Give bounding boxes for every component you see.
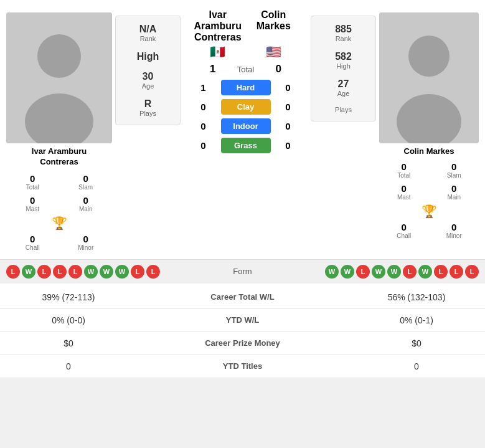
left-total-stat: 0 Total	[6, 171, 59, 193]
form-badge-left: L	[53, 265, 67, 279]
form-badge-right: W	[372, 265, 385, 279]
right-plays-panel: Plays	[335, 106, 352, 113]
form-badge-left: W	[84, 265, 98, 279]
form-badge-left: L	[37, 265, 51, 279]
table-cell-right: $0	[348, 331, 485, 355]
left-chall-stat: 0 Chall	[6, 232, 59, 253]
table-row: 0YTD Titles0	[0, 355, 485, 378]
form-badge-left: W	[115, 265, 129, 279]
player-left-name: Ivar Aramburu	[9, 146, 110, 157]
form-badge-right: W	[387, 265, 401, 279]
total-label: Total	[227, 65, 265, 74]
table-cell-left: $0	[0, 331, 137, 355]
right-rank-panel: 885 Rank	[335, 24, 352, 42]
grass-surface-btn: Grass	[221, 138, 271, 153]
left-rank-panel: N/A Rank	[139, 24, 157, 42]
player-left-name2: Contreras	[9, 157, 110, 168]
trophy-left-icon: 🏆	[52, 216, 67, 231]
table-cell-right: 0% (0-1)	[348, 308, 485, 331]
table-cell-center: Career Total W/L	[137, 286, 348, 309]
center-right-name: Colin Markes	[246, 9, 302, 43]
left-plays-panel: R Plays	[139, 98, 156, 117]
indoor-left-score: 0	[197, 121, 210, 131]
clay-surface-btn: Clay	[221, 99, 271, 115]
stats-table: 39% (72-113)Career Total W/L56% (132-103…	[0, 286, 485, 378]
player-left-photo	[6, 12, 112, 143]
clay-right-score: 0	[282, 102, 294, 112]
form-badge-right: L	[356, 265, 370, 279]
left-main-stat: 0 Main	[60, 193, 113, 214]
right-age-panel: 27 Age	[337, 79, 350, 97]
table-cell-right: 0	[348, 355, 485, 378]
form-badge-left: L	[68, 265, 82, 279]
table-cell-right: 56% (132-103)	[348, 286, 485, 309]
form-badge-left: L	[6, 265, 20, 279]
right-main-stat: 0 Main	[430, 181, 479, 203]
right-high-panel: 582 High	[335, 51, 352, 70]
form-badge-right: L	[450, 265, 463, 279]
form-badge-left: L	[131, 265, 144, 279]
form-badge-left: W	[22, 265, 35, 279]
form-badge-right: L	[465, 265, 479, 279]
clay-left-score: 0	[197, 102, 210, 112]
hard-right-score: 0	[282, 82, 294, 93]
hard-left-score: 1	[197, 82, 210, 93]
right-chall-stat: 0 Chall	[379, 220, 429, 241]
center-left-name: Ivar AramburuContreras	[190, 9, 246, 43]
table-cell-center: YTD Titles	[137, 355, 348, 378]
right-slam-stat: 0 Slam	[430, 160, 479, 181]
form-badge-right: L	[403, 265, 417, 279]
table-cell-left: 0	[0, 355, 137, 378]
left-minor-stat: 0 Minor	[60, 232, 113, 253]
form-badge-left: W	[100, 265, 113, 279]
grass-right-score: 0	[282, 140, 294, 151]
main-container: Ivar Aramburu Contreras 0 Total 0 Slam 0	[0, 0, 485, 378]
indoor-right-score: 0	[282, 121, 294, 131]
left-high-panel: High	[137, 51, 159, 62]
table-cell-left: 39% (72-113)	[0, 286, 137, 309]
table-cell-left: 0% (0-0)	[0, 308, 137, 331]
table-cell-center: YTD W/L	[137, 308, 348, 331]
form-badge-right: W	[325, 265, 339, 279]
table-cell-center: Career Prize Money	[137, 331, 348, 355]
left-age-panel: 30 Age	[142, 71, 154, 90]
form-label: Form	[218, 267, 268, 276]
player-right-photo	[379, 12, 479, 143]
hard-surface-btn: Hard	[221, 80, 271, 95]
form-badge-right: W	[418, 265, 432, 279]
trophy-right-icon: 🏆	[421, 204, 437, 219]
player-right-name: Colin Markes	[382, 146, 476, 156]
table-row: $0Career Prize Money$0	[0, 331, 485, 355]
grass-left-score: 0	[197, 140, 210, 151]
right-minor-stat: 0 Minor	[430, 220, 479, 241]
right-total-stat: 0 Total	[379, 160, 429, 181]
svg-point-4	[408, 36, 450, 77]
left-form-badges: LWLLLWWWLL	[6, 265, 218, 279]
svg-point-1	[37, 34, 81, 78]
indoor-surface-btn: Indoor	[221, 118, 271, 134]
left-flag: 🇲🇽	[190, 44, 246, 59]
form-badge-right: L	[434, 265, 448, 279]
left-mast-stat: 0 Mast	[6, 193, 59, 214]
right-mast-stat: 0 Mast	[379, 181, 429, 203]
form-badge-right: W	[341, 265, 354, 279]
left-slam-stat: 0 Slam	[60, 171, 113, 193]
total-right-score: 0	[276, 63, 281, 75]
right-flag: 🇺🇸	[246, 44, 302, 59]
table-row: 39% (72-113)Career Total W/L56% (132-103…	[0, 286, 485, 309]
form-badge-left: L	[146, 265, 160, 279]
total-left-score: 1	[210, 63, 215, 75]
table-row: 0% (0-0)YTD W/L0% (0-1)	[0, 308, 485, 331]
right-form-badges: WWLWWLWLLL	[268, 265, 479, 279]
